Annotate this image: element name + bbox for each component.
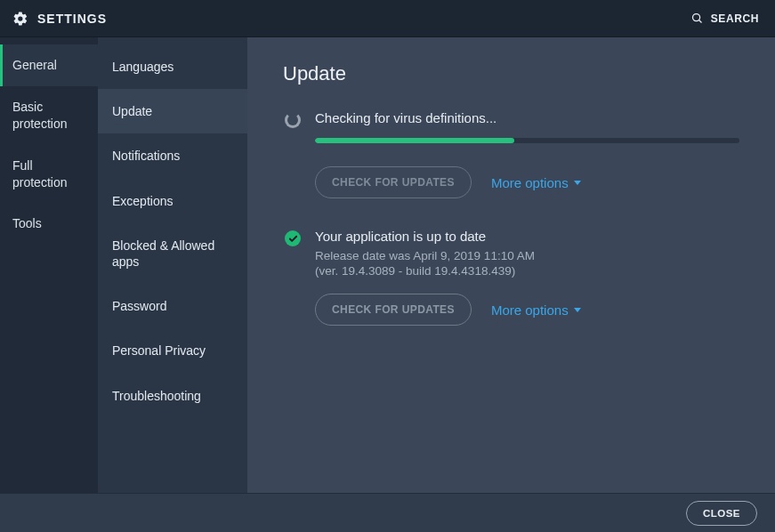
page-title: SETTINGS bbox=[37, 12, 107, 26]
close-button[interactable]: CLOSE bbox=[686, 501, 757, 526]
search-label: SEARCH bbox=[711, 12, 759, 25]
sidebar-secondary-item-personal-privacy[interactable]: Personal Privacy bbox=[98, 328, 247, 373]
sidebar-secondary-item-blocked-allowed[interactable]: Blocked & Allowed apps bbox=[98, 223, 247, 284]
more-options-label: More options bbox=[491, 302, 569, 318]
sidebar-primary-item-full-protection[interactable]: Full protection bbox=[0, 145, 98, 204]
spinner-icon bbox=[283, 110, 303, 198]
chevron-down-icon bbox=[574, 308, 581, 312]
topbar: SETTINGS SEARCH bbox=[0, 0, 775, 37]
chevron-down-icon bbox=[574, 181, 581, 185]
sidebar-secondary-item-notifications[interactable]: Notifications bbox=[98, 133, 247, 178]
application-update-status: Your application is up to date bbox=[315, 229, 739, 244]
sidebar-primary: General Basic protection Full protection… bbox=[0, 37, 98, 493]
check-updates-button-definitions[interactable]: CHECK FOR UPDATES bbox=[315, 166, 472, 198]
search-icon bbox=[690, 12, 704, 25]
check-updates-button-application[interactable]: CHECK FOR UPDATES bbox=[315, 294, 472, 326]
more-options-link-definitions[interactable]: More options bbox=[491, 175, 581, 190]
sidebar-primary-item-basic-protection[interactable]: Basic protection bbox=[0, 86, 98, 145]
svg-line-1 bbox=[698, 20, 701, 23]
application-update-block: Your application is up to date Release d… bbox=[283, 229, 739, 326]
app-root: SETTINGS SEARCH General Basic protection… bbox=[0, 0, 775, 532]
sidebar-secondary: Languages Update Notifications Exception… bbox=[98, 37, 247, 493]
sidebar-primary-item-tools[interactable]: Tools bbox=[0, 203, 98, 245]
virus-definitions-block: Checking for virus definitions... CHECK … bbox=[283, 110, 739, 198]
application-update-content: Your application is up to date Release d… bbox=[315, 229, 739, 326]
sidebar-secondary-item-troubleshooting[interactable]: Troubleshooting bbox=[98, 374, 247, 418]
application-release-date: Release date was April 9, 2019 11:10 AM bbox=[315, 249, 739, 262]
more-options-label: More options bbox=[491, 175, 569, 190]
gear-icon bbox=[12, 11, 28, 27]
sidebar-secondary-item-languages[interactable]: Languages bbox=[98, 44, 247, 89]
svg-point-0 bbox=[692, 14, 699, 21]
main-content: Update Checking for virus definitions...… bbox=[247, 37, 775, 493]
sidebar-secondary-item-exceptions[interactable]: Exceptions bbox=[98, 179, 247, 223]
application-update-actions: CHECK FOR UPDATES More options bbox=[315, 294, 739, 326]
check-icon bbox=[283, 229, 303, 326]
more-options-link-application[interactable]: More options bbox=[491, 302, 581, 318]
footer: CLOSE bbox=[0, 493, 775, 532]
search-button[interactable]: SEARCH bbox=[690, 12, 759, 25]
sidebar-secondary-item-update[interactable]: Update bbox=[98, 89, 247, 133]
virus-definitions-actions: CHECK FOR UPDATES More options bbox=[315, 166, 739, 198]
sidebar-secondary-item-password[interactable]: Password bbox=[98, 284, 247, 328]
progress-bar bbox=[315, 138, 739, 143]
virus-definitions-status: Checking for virus definitions... bbox=[315, 110, 739, 125]
progress-bar-fill bbox=[315, 138, 514, 143]
sidebar-primary-item-general[interactable]: General bbox=[0, 44, 98, 86]
application-version: (ver. 19.4.3089 - build 19.4.4318.439) bbox=[315, 264, 739, 278]
body: General Basic protection Full protection… bbox=[0, 37, 775, 493]
virus-definitions-content: Checking for virus definitions... CHECK … bbox=[315, 110, 739, 198]
main-heading: Update bbox=[283, 62, 739, 85]
